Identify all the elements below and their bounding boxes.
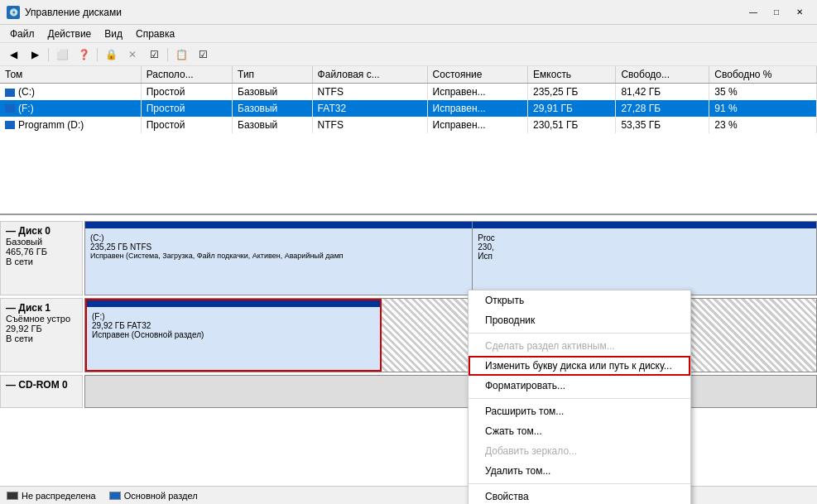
ctx-item[interactable]: Удалить том...	[469, 461, 690, 481]
disk-1-label: — Диск 1 Съёмное устрo 29,92 ГБ В сети	[0, 298, 83, 372]
cell-location: Простой	[141, 100, 232, 117]
ctx-item[interactable]: Расширить том...	[469, 401, 690, 421]
close-button[interactable]: ✕	[789, 4, 810, 21]
disk-1-seg-f[interactable]: (F:) 29,92 ГБ FAT32 Исправен (Основной р…	[85, 299, 382, 372]
legend-label-primary: Основной раздел	[124, 491, 198, 501]
seg-status: Исправен (Система, Загрузка, Файл подкач…	[90, 252, 467, 260]
col-capacity: Емкость	[528, 66, 616, 84]
ctx-item[interactable]: Проводник	[469, 310, 690, 330]
cell-type: Базовый	[233, 100, 313, 117]
context-menu: ОткрытьПроводникСделать раздел активным.…	[468, 290, 691, 504]
cell-free-pct: 91 %	[709, 100, 817, 117]
col-vol: Том	[0, 66, 141, 84]
minimize-button[interactable]: —	[743, 4, 764, 21]
cell-fs: FAT32	[312, 100, 427, 117]
seg-body: (C:) 235,25 ГБ NTFS Исправен (Система, З…	[90, 233, 467, 260]
disk-0-segments: (C:) 235,25 ГБ NTFS Исправен (Система, З…	[84, 221, 817, 295]
vol-icon	[5, 104, 15, 113]
seg-header	[85, 222, 472, 228]
table-header-row: Том Располо... Тип Файловая с... Состоян…	[0, 66, 817, 84]
toolbar-forward[interactable]: ▶	[25, 46, 45, 64]
cell-location: Простой	[141, 84, 232, 100]
cell-status: Исправен...	[427, 117, 528, 133]
vol-icon	[5, 89, 15, 97]
seg-name-2: Proc	[478, 233, 811, 242]
app-icon: 💿	[7, 6, 20, 19]
ctx-item[interactable]: Изменить букву диска или путь к диску...	[469, 356, 690, 376]
legend-unalloc: Не распределена	[7, 491, 96, 501]
disk-1-segments: (F:) 29,92 ГБ FAT32 Исправен (Основной р…	[84, 298, 817, 372]
main-area: Том Располо... Тип Файловая с... Состоян…	[0, 66, 817, 486]
vol-icon	[5, 121, 15, 129]
cell-vol: (C:)	[0, 84, 141, 100]
seg-details: 235,25 ГБ NTFS	[90, 242, 467, 252]
toolbar-back[interactable]: ◀	[3, 46, 23, 64]
ctx-item[interactable]: Форматировать...	[469, 376, 690, 396]
col-type: Тип	[233, 66, 313, 84]
toolbar-btn-7[interactable]: ☑	[144, 46, 164, 64]
disk-cdrom-label: — CD-ROM 0	[0, 375, 83, 408]
col-fs: Файловая с...	[312, 66, 427, 84]
window-title: Управление дисками	[25, 7, 743, 18]
ctx-separator	[469, 398, 690, 399]
cell-free-pct: 23 %	[709, 117, 817, 133]
menu-action[interactable]: Действие	[41, 26, 99, 41]
seg-header-2	[473, 222, 816, 228]
cell-type: Базовый	[233, 84, 313, 100]
cell-free: 81,42 ГБ	[616, 84, 709, 100]
menu-help[interactable]: Справка	[129, 26, 181, 41]
ctx-separator	[469, 333, 690, 334]
window-controls: — □ ✕	[743, 4, 810, 21]
toolbar-sep-3	[167, 48, 168, 61]
toolbar-btn-5[interactable]: 🔒	[101, 46, 121, 64]
disk-0-seg-c[interactable]: (C:) 235,25 ГБ NTFS Исправен (Система, З…	[85, 222, 473, 295]
toolbar-btn-3[interactable]: ⬜	[52, 46, 72, 64]
col-free-pct: Свободно %	[709, 66, 817, 84]
disk-1-row: — Диск 1 Съёмное устрo 29,92 ГБ В сети (…	[0, 298, 817, 372]
toolbar-help[interactable]: ❓	[74, 46, 94, 64]
ctx-item[interactable]: Открыть	[469, 290, 690, 310]
cell-type: Базовый	[233, 117, 313, 133]
ctx-item: Добавить зеркало...	[469, 441, 690, 461]
menu-bar: Файл Действие Вид Справка	[0, 25, 817, 43]
seg-details-2: 230,	[478, 242, 811, 252]
ctx-item: Сделать раздел активным...	[469, 336, 690, 356]
disk-table-area: Том Располо... Тип Файловая с... Состоян…	[0, 66, 817, 215]
table-body: (C:) Простой Базовый NTFS Исправен... 23…	[0, 84, 817, 133]
disk-cdrom-segments	[84, 375, 817, 408]
table-scroll[interactable]: Том Располо... Тип Файловая с... Состоян…	[0, 66, 817, 214]
table-row[interactable]: (C:) Простой Базовый NTFS Исправен... 23…	[0, 84, 817, 100]
table-row[interactable]: Programm (D:) Простой Базовый NTFS Испра…	[0, 117, 817, 133]
cell-free-pct: 35 %	[709, 84, 817, 100]
cell-location: Простой	[141, 117, 232, 133]
seg-header-3	[87, 300, 380, 307]
menu-file[interactable]: Файл	[3, 26, 41, 41]
toolbar-btn-9[interactable]: ☑	[193, 46, 213, 64]
maximize-button[interactable]: □	[766, 4, 787, 21]
seg-body-2: Proc 230, Исп	[478, 233, 811, 261]
cell-fs: NTFS	[312, 117, 427, 133]
table-row[interactable]: (F:) Простой Базовый FAT32 Исправен... 2…	[0, 100, 817, 117]
menu-view[interactable]: Вид	[98, 26, 129, 41]
toolbar-sep-2	[97, 48, 98, 61]
ctx-item[interactable]: Свойства	[469, 487, 690, 504]
disk-table: Том Располо... Тип Файловая с... Состоян…	[0, 66, 817, 133]
cell-vol: (F:)	[0, 100, 141, 117]
disk-cdrom-row: — CD-ROM 0	[0, 375, 817, 408]
col-free: Свободо...	[616, 66, 709, 84]
disk-view-area[interactable]: — Диск 0 Базовый 465,76 ГБ В сети (C:) 2…	[0, 215, 817, 486]
ctx-item[interactable]: Сжать том...	[469, 421, 690, 441]
legend-primary: Основной раздел	[109, 491, 198, 501]
toolbar-delete[interactable]: ✕	[123, 46, 142, 64]
legend-label-unalloc: Не распределена	[22, 491, 96, 501]
cell-free: 27,28 ГБ	[616, 100, 709, 117]
seg-name: (C:)	[90, 233, 467, 242]
cell-capacity: 29,91 ГБ	[528, 100, 616, 117]
col-location: Располо...	[141, 66, 232, 84]
disk-0-seg-proc[interactable]: Proc 230, Исп	[473, 222, 816, 295]
seg-status-2: Исп	[478, 252, 811, 261]
legend-swatch-black	[7, 492, 18, 500]
cell-fs: NTFS	[312, 84, 427, 100]
toolbar-btn-8[interactable]: 📋	[171, 46, 191, 64]
seg-status-3: Исправен (Основной раздел)	[92, 330, 375, 339]
